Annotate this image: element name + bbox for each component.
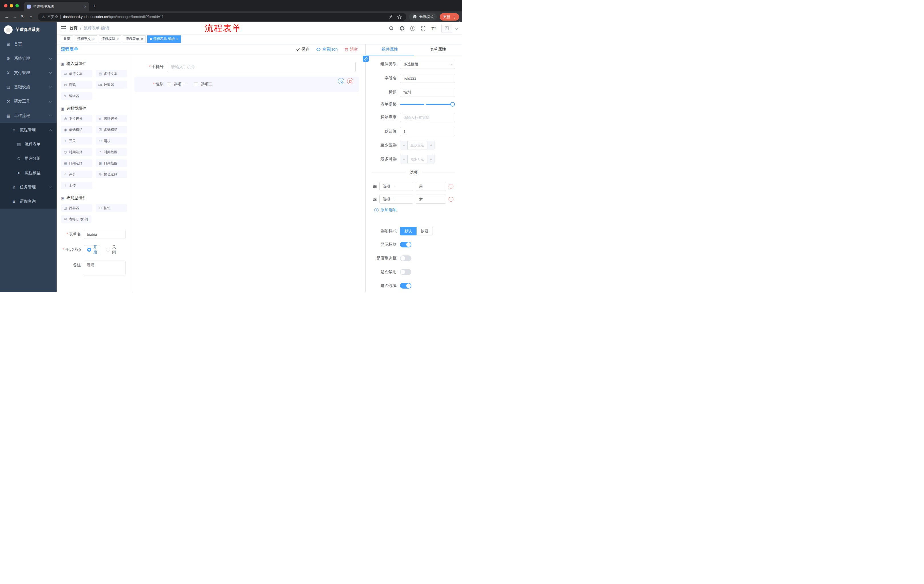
fullscreen-icon[interactable] [420,25,426,31]
tab-component-props[interactable]: 组件属性 [366,44,414,55]
show-label-switch[interactable] [400,242,411,247]
gender-option-2-checkbox[interactable]: 选项二 [194,82,213,87]
slider-handle[interactable] [450,102,455,107]
palette-chip-switch[interactable]: ◐开关 [61,137,92,145]
palette-chip-slider[interactable]: ⊷滑块 [96,137,127,145]
profile-chevron-icon[interactable] [457,20,460,23]
form-remark-textarea[interactable]: 嘿嘿 [84,261,125,275]
palette-chip-select[interactable]: ◎下拉选择 [61,115,92,122]
option-2-label-input[interactable] [380,194,413,204]
title-input[interactable] [400,88,455,97]
forward-button[interactable]: → [11,13,19,21]
palette-chip-table[interactable]: ⊞表格[开发中] [61,216,91,223]
save-button[interactable]: 保存 [296,47,309,52]
duplicate-field-button[interactable] [338,78,344,84]
sidebar-item-infra[interactable]: ▤ 基础设施 [0,80,57,94]
palette-chip-color-picker[interactable]: ⊚颜色选择 [96,171,127,178]
min-select-input[interactable] [408,141,427,149]
password-key-icon[interactable] [388,14,393,20]
palette-chip-upload[interactable]: ↑上传 [61,182,92,189]
decrease-button[interactable]: − [400,155,408,163]
sidebar-item-system[interactable]: ⚙ 系统管理 [0,51,57,66]
sidebar-item-leave-query[interactable]: ♟ 请假查询 [0,194,57,209]
browser-menu-icon[interactable]: ⋮ [452,15,456,19]
palette-chip-checkbox-group[interactable]: ☑多选框组 [96,126,127,133]
palette-chip-date-picker[interactable]: ▦日期选择 [61,160,92,167]
palette-chip-row-container[interactable]: ◫行容器 [61,204,92,212]
tag-process-form-edit[interactable]: 流程表单-编辑 × [147,35,181,43]
avatar-caret-icon[interactable] [455,27,458,30]
tag-process-form[interactable]: 流程表单 × [123,35,145,43]
border-switch[interactable] [400,255,411,261]
palette-chip-time-picker[interactable]: ◷时间选择 [61,148,92,156]
palette-chip-multi-line-text[interactable]: ▤多行文本 [96,70,127,77]
disabled-switch[interactable] [400,269,411,275]
tag-close-icon[interactable]: × [92,37,95,41]
back-button[interactable]: ← [3,13,11,21]
sidebar-item-process-mgmt[interactable]: ≡ 流程管理 [0,123,57,137]
increase-button[interactable]: + [427,141,434,149]
tag-home[interactable]: 首页 [61,35,73,43]
palette-chip-time-range[interactable]: ◔时间范围 [96,148,127,156]
palette-chip-button[interactable]: ⊡按钮 [96,204,127,212]
sidebar-logo[interactable]: 芋道管理系统 [0,22,57,37]
increase-button[interactable]: + [427,155,434,163]
style-default-button[interactable]: 默认 [400,227,417,235]
reload-button[interactable]: ↻ [19,13,27,21]
palette-chip-rate[interactable]: ☆评分 [61,171,92,178]
gender-option-1-checkbox[interactable]: 选项一 [167,82,186,87]
clear-button[interactable]: 清空 [345,47,358,52]
tab-form-props[interactable]: 表单属性 [414,44,462,55]
label-width-input[interactable] [400,113,455,122]
decrease-button[interactable]: − [400,141,408,149]
window-minimize-button[interactable] [10,4,13,7]
palette-chip-password[interactable]: ⊠密码 [61,81,92,89]
sidebar-item-task-mgmt[interactable]: ⋔ 任务管理 [0,180,57,194]
sidebar-item-user-group[interactable]: ⊙ 用户分组 [0,151,57,166]
style-button-button[interactable]: 按钮 [417,227,433,235]
palette-chip-radio-group[interactable]: ◉单选框组 [61,126,92,133]
sidebar-item-workflow[interactable]: ▦ 工作流程 [0,109,57,123]
tag-process-model[interactable]: 流程模型 × [99,35,122,43]
palette-chip-counter[interactable]: 123计数器 [96,81,127,89]
add-option-button[interactable]: + 添加选项 [374,207,455,212]
palette-chip-cascader[interactable]: ⋔级联选择 [96,115,127,122]
remove-option-button[interactable]: − [449,197,454,202]
status-on-radio[interactable]: 开启 [84,245,101,254]
palette-chip-editor[interactable]: ✎编辑器 [61,92,92,100]
tag-process-definition[interactable]: 流程定义 × [74,35,97,43]
font-size-icon[interactable]: TT [431,25,437,31]
address-bar[interactable]: ⚠ 不安全 dashboard.yudao.iocoder.cn/bpm/man… [38,13,406,21]
link-badge[interactable] [363,56,369,62]
canvas-field-phone[interactable]: *手机号 [137,62,356,72]
option-1-label-input[interactable] [380,182,413,191]
canvas-field-gender-selected[interactable]: *性别 选项一 选项二 [134,77,359,92]
field-name-input[interactable] [400,74,455,83]
window-zoom-button[interactable] [15,4,19,7]
sidebar-item-home[interactable]: ⊞ 首页 [0,37,57,51]
bookmark-star-icon[interactable] [396,14,402,20]
home-button[interactable]: ⌂ [27,13,35,21]
form-name-input[interactable] [84,230,125,239]
grid-slider[interactable] [400,104,452,105]
option-1-value-input[interactable] [416,182,446,191]
browser-tab[interactable]: 芋道管理系统 × [24,2,89,12]
avatar[interactable] [441,24,452,33]
sidebar-item-devtools[interactable]: ⚒ 研发工具 [0,94,57,109]
option-2-value-input[interactable] [416,194,446,204]
tab-close-icon[interactable]: × [84,4,86,9]
default-value-input[interactable] [400,127,455,136]
component-type-select[interactable]: 多选框组 [400,60,455,69]
sidebar-item-process-form[interactable]: ▥ 流程表单 [0,137,57,151]
help-icon[interactable]: ? [410,25,416,31]
palette-chip-date-range[interactable]: ▩日期范围 [96,160,127,167]
breadcrumb-home[interactable]: 首页 [69,26,78,31]
sidebar-item-payment[interactable]: ¥ 支付管理 [0,66,57,80]
hamburger-icon[interactable] [61,26,66,31]
search-icon[interactable] [389,25,394,31]
drag-handle-icon[interactable] [373,184,377,189]
tag-close-icon[interactable]: × [141,37,143,41]
sidebar-item-process-model[interactable]: ➤ 流程模型 [0,166,57,180]
github-icon[interactable] [399,25,405,31]
remove-option-button[interactable]: − [449,184,454,189]
